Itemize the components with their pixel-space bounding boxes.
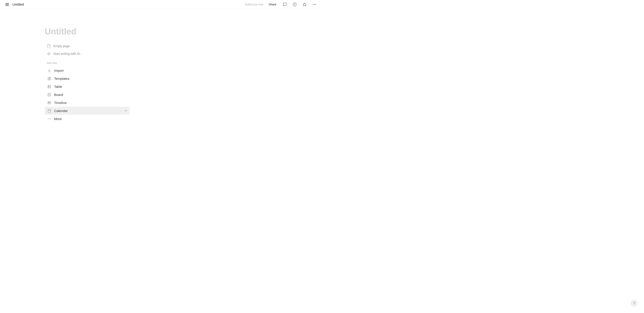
templates-label: Templates — [54, 77, 128, 80]
empty-page-label: Empty page — [53, 44, 70, 48]
board-label: Board — [54, 93, 128, 96]
svg-rect-19 — [48, 102, 50, 103]
more-label: More — [54, 117, 128, 121]
svg-rect-20 — [48, 109, 51, 112]
share-button[interactable]: Share — [267, 2, 278, 7]
svg-rect-5 — [48, 77, 49, 78]
more-icon — [47, 116, 52, 121]
timeline-label: Timeline — [54, 101, 128, 105]
quick-actions: Empty page Start writing with AI... — [45, 43, 84, 57]
svg-point-26 — [50, 118, 50, 119]
more-options-icon[interactable] — [311, 1, 318, 8]
ai-writing-button[interactable]: Start writing with AI... — [45, 50, 84, 57]
svg-point-4 — [315, 4, 316, 5]
menu-item-timeline[interactable]: Timeline — [45, 98, 130, 107]
templates-icon — [47, 76, 52, 81]
svg-rect-13 — [48, 93, 51, 96]
add-new-label: Add new — [45, 62, 57, 64]
svg-rect-7 — [50, 78, 51, 80]
comments-icon[interactable] — [282, 1, 288, 8]
ai-sparkle-icon — [46, 52, 51, 56]
enter-icon: ↵ — [125, 109, 128, 112]
menu-item-table[interactable]: Table — [45, 82, 130, 90]
calendar-label: Calendar — [54, 109, 122, 113]
menu-item-more[interactable]: More — [45, 115, 130, 123]
edited-timestamp: Edited just now — [245, 3, 263, 6]
import-icon — [47, 68, 52, 73]
menu-toggle-button[interactable] — [4, 2, 10, 7]
menu-item-calendar[interactable]: Calendar ↵ — [45, 107, 130, 115]
topbar-right: Edited just now Share — [245, 1, 318, 8]
calendar-icon — [47, 108, 52, 113]
favorite-icon[interactable] — [302, 1, 308, 8]
svg-point-25 — [49, 118, 50, 119]
svg-point-3 — [314, 4, 314, 5]
menu-item-templates[interactable]: Templates — [45, 74, 130, 82]
menu-item-board[interactable]: Board — [45, 90, 130, 98]
topbar: Untitled Edited just now Share — [0, 0, 322, 9]
svg-rect-9 — [48, 85, 51, 88]
topbar-left: Untitled — [4, 2, 24, 7]
svg-rect-8 — [48, 79, 49, 80]
svg-marker-1 — [303, 3, 306, 6]
svg-rect-6 — [50, 77, 51, 78]
page-title-placeholder[interactable]: Untitled — [45, 27, 76, 36]
document-icon — [46, 44, 51, 48]
ai-writing-label: Start writing with AI... — [53, 52, 82, 56]
menu-items-list: Import Templates — [45, 66, 130, 123]
svg-point-2 — [313, 4, 314, 5]
main-content: Untitled Empty page Start writing with A… — [0, 9, 322, 123]
history-icon[interactable] — [292, 1, 298, 8]
import-label: Import — [54, 69, 128, 72]
empty-page-button[interactable]: Empty page — [45, 43, 84, 50]
svg-point-24 — [48, 118, 48, 119]
table-icon — [47, 84, 52, 89]
board-icon — [47, 92, 52, 97]
table-label: Table — [54, 85, 128, 88]
menu-item-import[interactable]: Import — [45, 66, 130, 74]
timeline-icon — [47, 100, 52, 105]
page-title: Untitled — [12, 2, 24, 6]
